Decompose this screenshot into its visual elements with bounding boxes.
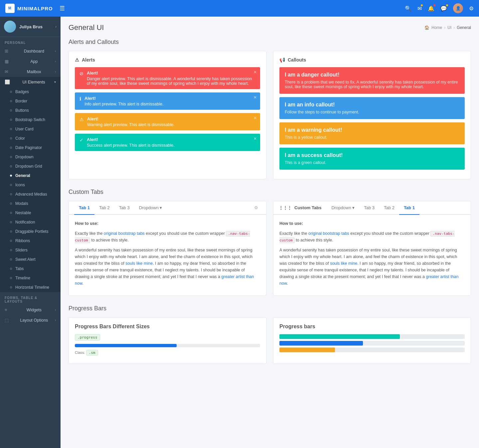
sidebar-user[interactable]: Juliya Brus › — [0, 17, 61, 37]
custom-tabs-title: Custom Tabs — [69, 189, 471, 196]
tab-right-1[interactable]: Tab 1 — [399, 201, 419, 215]
alert-warning: ⚠ Alert! Warning alert preview. This ale… — [75, 113, 260, 130]
mail-badge — [420, 4, 423, 7]
alert-info-icon: ℹ — [80, 96, 81, 101]
alert-success-title: Alert! — [87, 137, 255, 142]
alert-success-icon: ✓ — [80, 137, 83, 143]
arrow-icon: ▾ — [54, 80, 56, 84]
arrow-icon: › — [55, 308, 56, 312]
sidebar-sub-nestable[interactable]: Nestable — [0, 208, 61, 218]
sidebar-sub-modals[interactable]: Modals — [0, 199, 61, 208]
sidebar-sub-border[interactable]: Border — [0, 96, 61, 106]
sidebar-item-app[interactable]: ▦ App › — [0, 56, 61, 67]
alerts-callouts-grid: ⚠ Alerts ⊘ Alert! Danger alert preview. … — [69, 51, 471, 179]
breadcrumb-home[interactable]: Home — [431, 25, 442, 30]
dashboard-icon: ⊞ — [5, 49, 11, 54]
sidebar-sub-draggable-portlets[interactable]: Draggable Portlets — [0, 227, 61, 236]
progress-label-1: .progress — [75, 334, 100, 341]
sidebar-item-dashboard[interactable]: ⊞ Dashboard › — [0, 46, 61, 56]
alert-success-close[interactable]: ✕ — [253, 136, 257, 141]
alert-danger-close[interactable]: ✕ — [253, 70, 257, 75]
sidebar-item-mailbox[interactable]: ✉ Mailbox › — [0, 67, 61, 77]
layout-icon: ⬚ — [5, 318, 11, 323]
settings-icon[interactable]: ⚙ — [469, 5, 474, 12]
sidebar: Juliya Brus › PERSONAL ⊞ Dashboard › ▦ A… — [0, 17, 61, 448]
progress-right-card: Progress bars — [273, 317, 471, 364]
tab-left-2[interactable]: Tab 2 — [94, 201, 114, 215]
alert-info-close[interactable]: ✕ — [253, 95, 257, 100]
sidebar-sub-general[interactable]: General — [0, 171, 61, 180]
alert-triangle-icon: ⚠ — [75, 57, 79, 63]
alerts-callouts-section: Alerts and Callouts ⚠ Alerts ⊘ Alert! Da… — [69, 39, 471, 179]
sidebar-sub-color[interactable]: Color — [0, 134, 61, 143]
callout-warning-title: I am a warning callout! — [285, 127, 459, 133]
progress-left-title: Progress Bars Different Sizes — [75, 324, 260, 330]
callout-info-title: I am an info callout! — [285, 102, 459, 108]
alerts-callouts-title: Alerts and Callouts — [69, 39, 471, 46]
sidebar-item-widgets[interactable]: ≡ Widgets › — [0, 305, 61, 315]
sidebar-item-label: UI Elements — [22, 80, 45, 84]
code-badge-right: .nav-tabs-custom — [279, 231, 455, 243]
arrow-icon: › — [55, 49, 56, 53]
tab-left-3[interactable]: Tab 3 — [114, 201, 134, 215]
tab-gear-icon[interactable]: ⚙ — [251, 201, 261, 214]
page-header: General UI 🏠 Home › UI › General — [69, 23, 471, 32]
tabs-right-header: ⋮⋮⋮ Custom Tabs Dropdown ▾ Tab 3 Tab 2 T… — [273, 201, 471, 215]
breadcrumb-ui[interactable]: UI — [447, 25, 451, 30]
tab-right-dropdown[interactable]: Dropdown ▾ — [327, 201, 359, 214]
sidebar-sub-sliders[interactable]: Sliders — [0, 245, 61, 255]
souls-link[interactable]: souls like mine — [125, 261, 153, 266]
progress-fill-1 — [75, 344, 177, 347]
sidebar-sub-horizontal-timeline[interactable]: Horizontal Timeline — [0, 283, 61, 292]
sidebar-sub-tabs[interactable]: Tabs — [0, 264, 61, 273]
logo[interactable]: M MINIMALPRO — [5, 4, 53, 13]
sidebar-sub-bootstrap-switch[interactable]: Bootstrap Switch — [0, 115, 61, 124]
avatar[interactable]: 👤 — [453, 3, 463, 13]
sidebar-item-label: Layout Options — [20, 318, 48, 323]
sidebar-sub-notification[interactable]: Notification — [0, 218, 61, 227]
sidebar-sub-date-paginator[interactable]: Date Paginator — [0, 143, 61, 152]
callout-info: I am an info callout! Follow the steps t… — [279, 97, 465, 119]
sidebar-item-layout-options[interactable]: ⬚ Layout Options › — [0, 315, 61, 325]
alert-danger-title: Alert! — [87, 71, 255, 75]
arrow-icon: › — [55, 318, 56, 322]
tabs-right: ⋮⋮⋮ Custom Tabs Dropdown ▾ Tab 3 Tab 2 T… — [273, 201, 471, 296]
sidebar-item-ui-elements[interactable]: ⬜ UI Elements ▾ — [0, 77, 61, 87]
breadcrumb-sep2: › — [453, 25, 455, 30]
alert-danger-content: Alert! Danger alert preview. This alert … — [87, 71, 255, 86]
sidebar-sub-badges[interactable]: Badges — [0, 87, 61, 96]
code-badge-left: .nav-tabs-custom — [75, 231, 250, 243]
search-icon[interactable]: 🔍 — [405, 5, 411, 12]
alert-info-title: Alert! — [84, 96, 255, 101]
tabs-left-p2: A wonderful serenity has taken possessio… — [75, 247, 260, 287]
sidebar-sub-ribbons[interactable]: Ribbons — [0, 236, 61, 245]
class-badge: .sm — [86, 350, 98, 356]
bootstrap-tabs-link-r[interactable]: original bootstrap tabs — [308, 231, 349, 236]
sidebar-sub-dropdown-grid[interactable]: Dropdown Grid — [0, 162, 61, 171]
sidebar-sub-timeline[interactable]: Timeline — [0, 273, 61, 283]
bell-icon[interactable]: 🔔 — [428, 5, 434, 12]
alert-info-text: Info alert preview. This alert is dismis… — [84, 102, 255, 106]
sidebar-sub-dropdown[interactable]: Dropdown — [0, 152, 61, 162]
main-content: General UI 🏠 Home › UI › General Alerts … — [61, 17, 479, 448]
mail-icon[interactable]: ✉ — [417, 5, 422, 12]
tab-left-dropdown[interactable]: Dropdown ▾ — [134, 201, 167, 214]
souls-link-r[interactable]: souls like mine — [330, 261, 357, 266]
artist-link[interactable]: greater artist than now — [75, 274, 254, 286]
alert-warning-close[interactable]: ✕ — [253, 116, 257, 120]
logo-text: MINIMALPRO — [17, 6, 53, 11]
sidebar-sub-sweet-alert[interactable]: Sweet Alert — [0, 255, 61, 264]
callouts-card-title: 📢 Callouts — [279, 57, 465, 63]
tab-right-2[interactable]: Tab 2 — [379, 201, 399, 215]
bootstrap-tabs-link[interactable]: original bootstrap tabs — [104, 231, 145, 236]
sidebar-sub-buttons[interactable]: Buttons — [0, 106, 61, 115]
tab-right-3[interactable]: Tab 3 — [359, 201, 379, 215]
topnav: M MINIMALPRO ☰ 🔍 ✉ 🔔 💬 👤 ⚙ — [0, 0, 479, 17]
sidebar-sub-user-card[interactable]: User Card — [0, 124, 61, 134]
tab-left-1[interactable]: Tab 1 — [74, 201, 94, 215]
artist-link-r[interactable]: greater artist than now — [279, 274, 458, 286]
hamburger-icon[interactable]: ☰ — [60, 5, 65, 12]
sidebar-sub-icons[interactable]: Icons — [0, 180, 61, 190]
chat-icon[interactable]: 💬 — [440, 5, 447, 12]
sidebar-sub-advanced-medias[interactable]: Advanced Medias — [0, 190, 61, 199]
